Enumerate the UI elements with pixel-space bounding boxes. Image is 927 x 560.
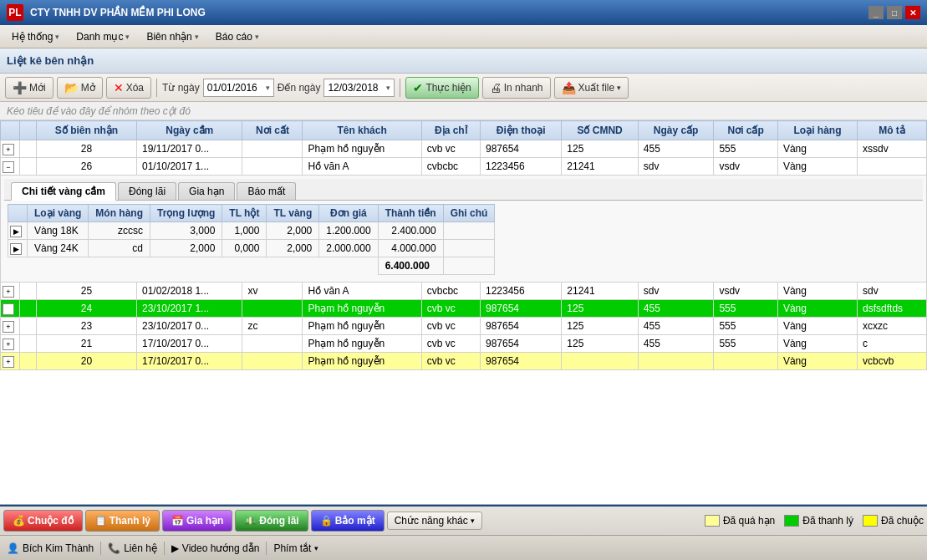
expand-cell[interactable]: − <box>1 158 20 176</box>
so-cmnd-cell: 21241 <box>562 158 638 176</box>
ten-khach-cell: Phạm hồ nguyễn <box>303 140 421 158</box>
col-dien-thoai[interactable]: Điện thoại <box>480 121 561 140</box>
sub-tab[interactable]: Đóng lãi <box>118 182 176 200</box>
noi-cap-cell: vsdv <box>714 283 778 300</box>
col-so-cmnd[interactable]: Số CMND <box>562 121 638 140</box>
from-date-input[interactable]: 01/01/2016 ▾ <box>203 79 274 97</box>
page-title-bar: Liệt kê bên nhận <box>0 48 927 74</box>
expand-cell[interactable]: + <box>1 300 20 318</box>
from-date-dropdown-icon[interactable]: ▾ <box>266 84 270 92</box>
table-row[interactable]: + 25 01/02/2018 1... xv Hồ văn A cvbcbc … <box>1 283 927 300</box>
sub-col-ghi-chu[interactable]: Ghi chú <box>443 205 495 222</box>
col-mo-ta[interactable]: Mô tả <box>858 121 927 140</box>
table-row[interactable]: + 21 17/10/2017 0... Phạm hồ nguyễn cvb … <box>1 335 927 353</box>
sub-tab[interactable]: Chi tiết vàng cầm <box>11 182 116 201</box>
col-so-bien-nhan[interactable]: Số biên nhận <box>37 121 137 140</box>
expand-cell[interactable]: + <box>1 140 20 158</box>
col-noi-cap[interactable]: Nơi cấp <box>714 121 778 140</box>
expand-icon[interactable]: + <box>3 286 14 298</box>
sub-total-value: 6.400.000 <box>378 257 443 275</box>
ngay-cam-cell: 01/02/2018 1... <box>137 283 242 300</box>
sub-mon-hang: cd <box>89 240 150 257</box>
new-button[interactable]: ➕ Mới <box>5 77 53 99</box>
expand-icon[interactable]: − <box>3 161 14 173</box>
open-button[interactable]: 📂 Mở <box>57 77 103 99</box>
table-row[interactable]: + 28 19/11/2017 0... Phạm hồ nguyễn cvb … <box>1 140 927 158</box>
menu-he-thong[interactable]: Hệ thống ▾ <box>3 28 68 45</box>
lien-he-icon: 📞 <box>108 542 120 554</box>
dong-lai-button[interactable]: 💵 Đóng lãi <box>235 510 308 532</box>
sub-tab-bar: Chi tiết vàng cầmĐóng lãiGia hạnBáo mất <box>4 179 923 201</box>
dien-thoai-cell: 987654 <box>480 140 561 158</box>
sub-col-don-gia[interactable]: Đơn giá <box>319 205 378 222</box>
dien-thoai-cell: 987654 <box>480 353 561 370</box>
sub-tab[interactable]: Gia hạn <box>178 182 235 200</box>
expand-cell[interactable]: + <box>1 283 20 300</box>
chuc-nang-khac-button[interactable]: Chức năng khác ▾ <box>387 512 482 530</box>
col-ngay-cam[interactable]: Ngày cầm <box>137 121 242 140</box>
from-date-label: Từ ngày <box>162 82 200 94</box>
status-video[interactable]: ▶ Video hướng dẫn <box>171 542 260 554</box>
status-phim-tat[interactable]: Phím tắt ▾ <box>273 542 318 554</box>
to-date-dropdown-icon[interactable]: ▾ <box>386 84 390 92</box>
expand-icon[interactable]: + <box>3 144 14 155</box>
sub-expand[interactable]: ▶ <box>8 222 28 240</box>
export-button[interactable]: 📤 Xuất file ▾ <box>554 77 629 99</box>
chuc-nang-khac-arrow: ▾ <box>471 517 475 525</box>
thanh-ly-button[interactable]: 📋 Thanh lý <box>85 510 160 532</box>
col-ngay-cap[interactable]: Ngày cấp <box>638 121 714 140</box>
expand-icon[interactable]: + <box>3 356 14 368</box>
status-lien-he[interactable]: 📞 Liên hệ <box>108 542 157 554</box>
sub-col-tl-vang[interactable]: TL vàng <box>267 205 319 222</box>
expand-cell[interactable]: + <box>1 318 20 335</box>
restore-button[interactable]: □ <box>887 6 902 19</box>
table-row[interactable]: + 24 23/10/2017 1... Phạm hồ nguyễn cvb … <box>1 300 927 318</box>
sub-col-loai-vang[interactable]: Loại vàng <box>28 205 89 222</box>
close-button[interactable]: ✕ <box>905 6 920 19</box>
expand-cell[interactable]: + <box>1 335 20 353</box>
execute-button[interactable]: ✔ Thực hiện <box>405 77 478 99</box>
menu-danh-muc[interactable]: Danh mục ▾ <box>68 28 138 45</box>
bao-mat-button[interactable]: 🔒 Bảo mật <box>311 510 385 532</box>
delete-button[interactable]: ✕ Xóa <box>106 77 151 99</box>
export-label: Xuất file <box>578 82 615 94</box>
sub-tab[interactable]: Báo mất <box>237 182 296 200</box>
export-dropdown-icon[interactable]: ▾ <box>617 84 621 92</box>
table-row[interactable]: + 23 23/10/2017 0... zc Phạm hồ nguyễn c… <box>1 318 927 335</box>
expand-cell[interactable]: + <box>1 353 20 370</box>
sub-trong-luong: 2,000 <box>150 240 222 257</box>
noi-cat-cell <box>242 300 303 318</box>
table-row[interactable]: − 26 01/10/2017 1... Hồ văn A cvbcbc 122… <box>1 158 927 176</box>
so-cmnd-cell <box>562 353 638 370</box>
menu-bao-cao[interactable]: Báo cáo ▾ <box>207 28 267 45</box>
sub-col-trong-luong[interactable]: Trọng lượng <box>150 205 222 222</box>
print-button[interactable]: 🖨 In nhanh <box>482 77 551 99</box>
sub-thanh-tien: 2.400.000 <box>378 222 443 240</box>
chuoc-do-button[interactable]: 💰 Chuộc đồ <box>3 510 83 532</box>
col-loai-hang[interactable]: Loại hàng <box>777 121 857 140</box>
col-ten-khach[interactable]: Tên khách <box>303 121 421 140</box>
table-row[interactable]: + 20 17/10/2017 0... Phạm hồ nguyễn cvb … <box>1 353 927 370</box>
col-noi-cat[interactable]: Nơi cất <box>242 121 303 140</box>
to-date-input[interactable]: 12/03/2018 ▾ <box>323 79 395 97</box>
expand-icon[interactable]: + <box>3 303 14 315</box>
gia-han-button[interactable]: 📅 Gia hạn <box>162 510 232 532</box>
menu-bien-nhan[interactable]: Biên nhận ▾ <box>138 28 206 45</box>
sub-expand-icon[interactable]: ▶ <box>10 226 22 237</box>
sub-col-tl-hot[interactable]: TL hột <box>222 205 267 222</box>
open-icon: 📂 <box>64 81 79 94</box>
table-scroll-area[interactable]: Số biên nhận Ngày cầm Nơi cất Tên khách … <box>0 120 927 504</box>
so-bien-nhan-cell: 24 <box>37 300 137 318</box>
legend-thanh-ly: Đã thanh lý <box>784 515 853 527</box>
minimize-button[interactable]: _ <box>868 6 884 19</box>
drag-hint: Kéo tiêu đề vào đây để nhóm theo cột đó <box>0 102 927 120</box>
sub-expand-icon[interactable]: ▶ <box>10 243 22 255</box>
sub-col-thanh-tien[interactable]: Thành tiền <box>378 205 443 222</box>
sub-expand[interactable]: ▶ <box>8 240 28 257</box>
col-dia-chi[interactable]: Địa chỉ <box>421 121 480 140</box>
noi-cat-cell <box>242 335 303 353</box>
sub-col-mon-hang[interactable]: Món hàng <box>89 205 150 222</box>
expand-icon[interactable]: + <box>3 321 14 333</box>
expand-icon[interactable]: + <box>3 339 14 350</box>
status-sep-2 <box>164 542 165 555</box>
